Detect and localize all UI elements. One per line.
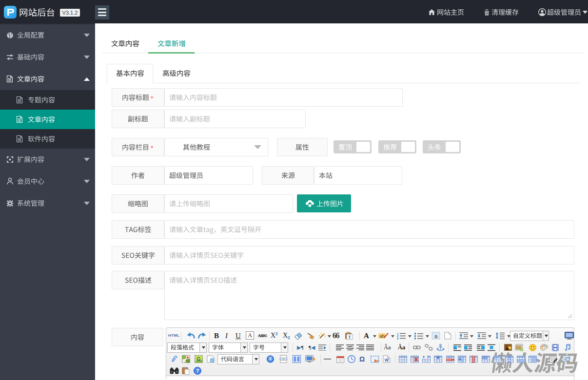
svg-text:3: 3 (397, 337, 399, 340)
svg-text:T: T (423, 356, 425, 359)
svg-text:a: a (434, 333, 438, 339)
svg-text:T: T (348, 335, 351, 340)
svg-text:G: G (197, 357, 201, 362)
svg-text:?: ? (196, 368, 199, 374)
svg-text:ab: ab (379, 333, 385, 339)
svg-text:W: W (385, 358, 389, 362)
